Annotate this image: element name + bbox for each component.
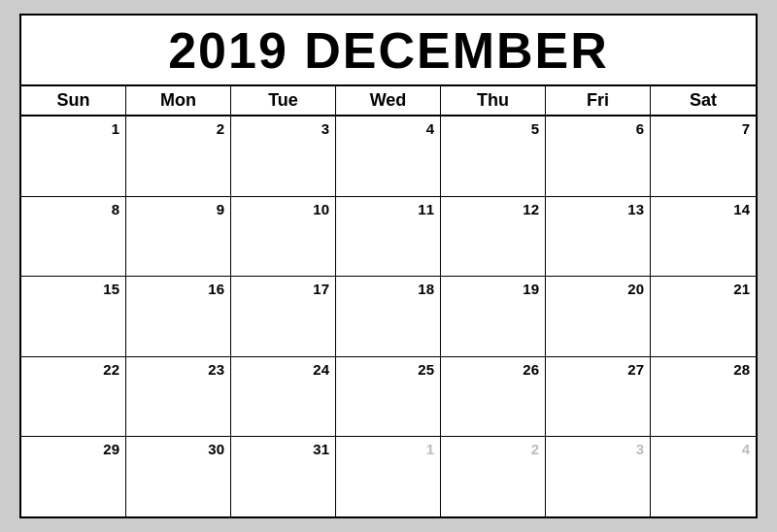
day-number: 3 [321,120,329,137]
calendar-grid: SunMonTueWedThuFriSat 123456789101112131… [21,86,756,516]
day-cell: 1 [21,116,126,196]
day-cell: 13 [546,197,651,277]
day-cell: 18 [336,277,441,356]
day-number: 18 [418,281,434,297]
day-cell: 31 [231,437,336,516]
day-number: 12 [523,201,539,217]
day-number: 25 [418,361,434,378]
day-number: 9 [217,201,224,217]
day-number: 3 [636,441,644,457]
day-number: 5 [531,120,539,137]
day-number: 15 [103,281,119,297]
day-number: 6 [636,120,644,137]
day-header: Sat [651,86,756,115]
day-number: 26 [523,361,539,378]
day-number: 20 [627,281,644,297]
day-number: 14 [733,201,750,217]
day-number: 1 [426,441,434,457]
day-cell: 22 [21,357,126,437]
day-number: 22 [103,361,119,378]
day-number: 16 [208,281,224,297]
day-cell: 26 [441,357,546,437]
day-cell: 6 [546,116,651,196]
day-header: Mon [126,86,231,115]
day-cell: 2 [441,437,546,516]
day-cell: 7 [651,116,756,196]
day-number: 29 [103,441,119,457]
day-cell: 24 [231,357,336,437]
day-header: Sun [21,86,126,115]
day-number: 23 [208,361,224,378]
weeks-container: 1234567891011121314151617181920212223242… [21,116,756,516]
day-cell: 19 [441,277,546,356]
day-number: 1 [112,120,119,137]
day-cell: 28 [651,357,756,437]
day-header: Wed [336,86,441,115]
week-row: 891011121314 [21,197,756,278]
day-headers-row: SunMonTueWedThuFriSat [21,86,756,116]
day-number: 27 [627,361,644,378]
day-cell: 5 [441,116,546,196]
week-row: 15161718192021 [21,277,756,357]
day-cell: 4 [651,437,756,516]
day-cell: 27 [546,357,651,437]
day-cell: 25 [336,357,441,437]
week-row: 22232425262728 [21,357,756,438]
day-cell: 2 [126,116,231,196]
calendar-header: 2019 DECEMBER [21,16,756,86]
day-header: Tue [231,86,336,115]
calendar-title: 2019 DECEMBER [21,23,756,79]
day-cell: 17 [231,277,336,356]
day-number: 4 [426,120,434,137]
day-cell: 10 [231,197,336,277]
day-cell: 3 [231,116,336,196]
calendar: 2019 DECEMBER SunMonTueWedThuFriSat 1234… [19,14,758,518]
day-number: 11 [418,201,434,217]
day-number: 24 [313,361,329,378]
day-number: 30 [208,441,224,457]
day-cell: 29 [21,437,126,516]
day-number: 2 [217,120,224,137]
day-number: 28 [733,361,750,378]
day-header: Fri [546,86,651,115]
week-row: 2930311234 [21,437,756,516]
day-number: 19 [523,281,539,297]
day-number: 21 [733,281,750,297]
day-cell: 23 [126,357,231,437]
day-cell: 9 [126,197,231,277]
day-cell: 15 [21,277,126,356]
day-number: 31 [313,441,329,457]
day-cell: 20 [546,277,651,356]
day-number: 7 [742,120,750,137]
day-cell: 30 [126,437,231,516]
day-cell: 8 [21,197,126,277]
day-number: 17 [313,281,329,297]
day-number: 4 [742,441,750,457]
day-number: 13 [627,201,644,217]
day-number: 8 [112,201,119,217]
day-number: 2 [531,441,539,457]
day-cell: 1 [336,437,441,516]
day-cell: 3 [546,437,651,516]
week-row: 1234567 [21,116,756,197]
day-cell: 14 [651,197,756,277]
day-header: Thu [441,86,546,115]
day-number: 10 [313,201,329,217]
day-cell: 16 [126,277,231,356]
day-cell: 4 [336,116,441,196]
day-cell: 11 [336,197,441,277]
day-cell: 21 [651,277,756,356]
day-cell: 12 [441,197,546,277]
